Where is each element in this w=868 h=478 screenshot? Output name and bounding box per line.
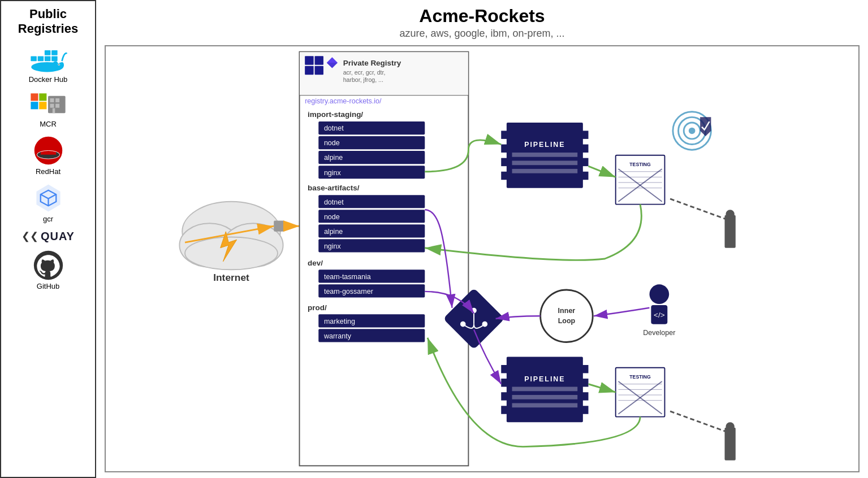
svg-text:import-staging/: import-staging/ [308, 110, 363, 119]
sidebar-item-gcr: gcr [33, 182, 64, 223]
svg-rect-86 [501, 158, 508, 166]
svg-text:marketing: marketing [324, 318, 355, 325]
svg-rect-110 [512, 387, 578, 392]
svg-rect-83 [512, 169, 578, 173]
internet-cloud: Internet [179, 202, 283, 283]
svg-rect-2 [45, 56, 51, 61]
svg-text:acr, ecr, gcr, dtr,: acr, ecr, gcr, dtr, [343, 69, 386, 76]
svg-rect-72 [318, 284, 425, 297]
mcr-icon [28, 90, 68, 119]
sidebar: PublicRegistries Docker Hub [0, 0, 96, 478]
mcr-label: MCR [40, 120, 57, 128]
svg-line-144 [589, 384, 616, 392]
svg-text:PIPELINE: PIPELINE [524, 375, 565, 383]
svg-text:PIPELINE: PIPELINE [524, 141, 565, 149]
svg-rect-56 [318, 151, 425, 164]
svg-point-101 [679, 117, 706, 144]
sidebar-item-quay: ❮❮ QUAY [21, 230, 75, 243]
svg-rect-90 [582, 158, 589, 166]
svg-rect-141 [651, 305, 667, 324]
svg-point-31 [179, 223, 239, 267]
svg-rect-4 [51, 50, 58, 55]
svg-marker-46 [327, 63, 338, 68]
svg-text:base-artifacts/: base-artifacts/ [308, 184, 360, 192]
diagram-area: Internet Private Registry acr, ecr, gcr,… [105, 45, 860, 472]
svg-point-133 [471, 308, 477, 314]
svg-point-7 [53, 61, 58, 66]
svg-rect-75 [318, 314, 425, 327]
svg-rect-15 [50, 98, 54, 102]
docker-hub-label: Docker Hub [29, 75, 68, 84]
svg-rect-130 [725, 428, 736, 460]
svg-rect-58 [318, 166, 425, 179]
svg-text:nginx: nginx [324, 242, 342, 250]
svg-point-100 [673, 112, 711, 150]
svg-rect-19 [53, 108, 55, 113]
svg-rect-88 [582, 131, 589, 138]
main-content: Acme-Rockets azure, aws, google, ibm, on… [96, 0, 868, 478]
svg-text:dotnet: dotnet [324, 124, 344, 132]
svg-line-104 [670, 199, 730, 221]
svg-rect-13 [39, 102, 46, 109]
svg-text:node: node [324, 213, 340, 221]
quay-label: QUAY [41, 230, 75, 243]
svg-text:TESTING: TESTING [629, 162, 651, 167]
main-subtitle: azure, aws, google, ibm, on-prem, ... [102, 28, 862, 40]
gcr-icon [33, 182, 64, 214]
svg-rect-44 [315, 66, 323, 75]
svg-line-128 [619, 381, 662, 414]
svg-point-102 [684, 123, 700, 139]
svg-text:Inner: Inner [558, 307, 576, 315]
redhat-label: RedHat [36, 167, 61, 176]
svg-rect-112 [512, 403, 578, 407]
svg-line-127 [619, 381, 662, 414]
svg-rect-5 [51, 56, 58, 61]
svg-line-37 [185, 226, 274, 242]
gcr-label: gcr [43, 215, 53, 223]
svg-point-9 [58, 64, 59, 65]
github-icon [33, 250, 64, 281]
svg-line-129 [670, 411, 730, 433]
svg-rect-116 [501, 406, 508, 414]
svg-point-137 [541, 290, 593, 342]
svg-line-99 [619, 169, 662, 202]
redhat-icon [33, 135, 64, 166]
svg-rect-18 [55, 103, 59, 107]
svg-text:Private Registry: Private Registry [343, 59, 401, 67]
svg-rect-17 [50, 103, 54, 107]
svg-rect-105 [725, 215, 736, 248]
github-label: GitHub [37, 282, 59, 290]
svg-rect-111 [512, 395, 578, 399]
svg-text:prod/: prod/ [308, 303, 327, 312]
svg-rect-10 [31, 93, 38, 101]
svg-rect-70 [318, 270, 425, 283]
svg-text:TESTING: TESTING [629, 374, 651, 380]
sidebar-item-docker-hub: Docker Hub [28, 46, 68, 84]
svg-text:team-gossamer: team-gossamer [324, 288, 373, 296]
svg-point-103 [689, 128, 696, 134]
svg-rect-63 [318, 210, 425, 223]
svg-point-30 [182, 202, 280, 262]
main-title: Acme-Rockets [102, 6, 862, 27]
svg-marker-34 [221, 232, 237, 262]
svg-rect-52 [318, 121, 425, 134]
svg-rect-1 [38, 56, 44, 61]
svg-rect-67 [318, 239, 425, 252]
svg-rect-65 [318, 224, 425, 237]
svg-point-32 [223, 223, 283, 267]
svg-point-140 [649, 284, 669, 304]
svg-text:dev/: dev/ [308, 259, 323, 267]
docker-hub-icon [28, 46, 68, 74]
svg-rect-16 [55, 98, 59, 102]
svg-rect-79 [507, 123, 583, 188]
svg-rect-85 [501, 145, 508, 153]
svg-rect-0 [31, 56, 37, 61]
sidebar-item-github: GitHub [33, 250, 64, 290]
sidebar-title: PublicRegistries [18, 7, 78, 37]
svg-text:warranty: warranty [323, 332, 352, 340]
svg-text:alpine: alpine [324, 154, 343, 162]
svg-rect-3 [45, 50, 51, 55]
svg-rect-42 [315, 56, 323, 64]
svg-rect-81 [512, 153, 578, 157]
svg-rect-40 [300, 52, 469, 95]
